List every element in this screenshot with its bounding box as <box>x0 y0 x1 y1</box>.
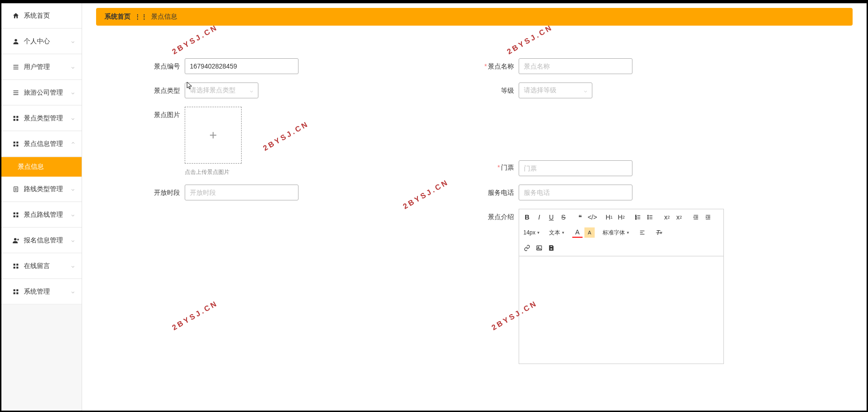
editor-sub-button[interactable]: x2 <box>662 212 672 222</box>
chevron-down-icon: ⌵ <box>71 237 75 243</box>
input-hours[interactable] <box>185 185 299 200</box>
svg-rect-59 <box>550 246 553 247</box>
chevron-up-icon: ⌵ <box>71 141 75 147</box>
sidebar-label: 景点信息管理 <box>24 140 63 148</box>
sidebar-label: 路线类型管理 <box>24 185 63 193</box>
svg-rect-12 <box>16 141 18 143</box>
label-ticket: *门票 <box>481 164 519 176</box>
editor-bgcolor-button[interactable]: A <box>584 227 595 238</box>
sidebar-item-signup[interactable]: 报名信息管理 ⌵ <box>1 228 82 253</box>
sidebar-item-route-type[interactable]: 路线类型管理 ⌵ <box>1 177 82 202</box>
svg-rect-31 <box>16 289 18 291</box>
sidebar-item-spot-type[interactable]: 景点类型管理 ⌵ <box>1 106 82 131</box>
select-type[interactable]: 请选择景点类型 ⌵ <box>185 82 258 98</box>
input-name[interactable] <box>519 58 632 74</box>
chevron-down-icon: ⌵ <box>71 89 75 96</box>
sidebar-label: 报名信息管理 <box>24 236 63 245</box>
form-row-hours: 开放时段 <box>147 185 467 200</box>
chevron-down-icon: ⌵ <box>584 88 587 94</box>
editor-italic-button[interactable]: I <box>534 212 544 222</box>
sidebar-item-home[interactable]: 系统首页 <box>1 3 82 28</box>
svg-rect-28 <box>14 267 15 268</box>
editor-image-button[interactable] <box>534 243 544 253</box>
grid-icon <box>12 263 20 269</box>
editor-h2-button[interactable]: H2 <box>616 212 626 222</box>
svg-text:3: 3 <box>635 218 637 220</box>
input-ticket[interactable] <box>519 160 632 176</box>
editor-ol-button[interactable]: 123 <box>633 212 643 222</box>
svg-rect-8 <box>16 116 18 117</box>
sidebar-item-company[interactable]: 旅游公司管理 ⌵ <box>1 80 82 105</box>
sidebar-label: 景点类型管理 <box>24 114 63 123</box>
upload-hint: 点击上传景点图片 <box>185 168 242 176</box>
rich-editor: B I U S ❝ </> H1 H2 123 <box>519 209 724 364</box>
sidebar-item-profile[interactable]: 个人中心 ⌵ <box>1 29 82 54</box>
input-phone[interactable] <box>519 185 632 200</box>
label-hours: 开放时段 <box>147 185 185 197</box>
editor-clearformat-button[interactable]: Tx <box>654 227 664 238</box>
svg-point-45 <box>647 219 648 220</box>
editor-sup-button[interactable]: x2 <box>674 212 684 222</box>
editor-bold-button[interactable]: B <box>522 212 532 222</box>
svg-rect-14 <box>16 144 18 146</box>
editor-fontsize-select[interactable]: 14px▾ <box>522 227 541 238</box>
user-icon <box>12 38 20 45</box>
editor-fontfamily-select[interactable]: 标准字体▾ <box>601 227 631 238</box>
input-id[interactable] <box>185 58 299 74</box>
sidebar-item-spot-info[interactable]: 景点信息管理 ⌵ <box>1 131 82 157</box>
editor-align-button[interactable] <box>637 227 647 238</box>
editor-content[interactable] <box>519 256 723 364</box>
svg-rect-33 <box>16 292 18 294</box>
editor-ul-button[interactable] <box>645 212 655 222</box>
grid-icon <box>12 141 20 147</box>
svg-point-23 <box>14 238 16 240</box>
editor-fontcolor-button[interactable]: A <box>572 227 583 238</box>
form-row-intro: 景点介绍 B I U S ❝ </> H1 H2 123 <box>481 209 801 364</box>
svg-point-43 <box>647 215 648 216</box>
user-add-icon <box>12 237 20 244</box>
svg-rect-30 <box>14 289 15 291</box>
sidebar: 系统首页 个人中心 ⌵ 用户管理 ⌵ 旅游公司管理 ⌵ 景点类型管理 ⌵ 景点信… <box>1 3 82 411</box>
editor-indent-button[interactable] <box>703 212 713 222</box>
sidebar-label: 旅游公司管理 <box>24 89 63 97</box>
sidebar-item-message[interactable]: 在线留言 ⌵ <box>1 254 82 279</box>
select-level-placeholder: 请选择等级 <box>524 86 556 95</box>
svg-rect-60 <box>550 248 553 250</box>
editor-quote-button[interactable]: ❝ <box>575 212 585 222</box>
upload-image[interactable]: + <box>185 107 242 164</box>
svg-rect-29 <box>16 267 18 268</box>
plus-icon: + <box>209 128 217 143</box>
svg-rect-26 <box>14 263 15 265</box>
editor-strike-button[interactable]: S <box>558 212 569 222</box>
list-icon <box>12 89 20 96</box>
editor-format-select[interactable]: 文本▾ <box>548 227 566 238</box>
sidebar-item-users[interactable]: 用户管理 ⌵ <box>1 55 82 80</box>
sidebar-item-system[interactable]: 系统管理 ⌵ <box>1 279 82 304</box>
svg-rect-10 <box>16 119 18 121</box>
svg-rect-11 <box>14 141 15 143</box>
form-row-image: 景点图片 + 点击上传景点图片 <box>147 107 467 176</box>
svg-point-44 <box>647 217 648 218</box>
sidebar-item-spot-route[interactable]: 景点路线管理 ⌵ <box>1 202 82 227</box>
breadcrumb-home[interactable]: 系统首页 <box>104 13 131 21</box>
chevron-down-icon: ⌵ <box>250 88 253 94</box>
form-row-level: 等级 请选择等级 ⌵ <box>481 82 801 98</box>
editor-underline-button[interactable]: U <box>546 212 556 222</box>
clipboard-icon <box>12 185 20 193</box>
editor-outdent-button[interactable] <box>691 212 701 222</box>
editor-h1-button[interactable]: H1 <box>604 212 614 222</box>
sidebar-label: 个人中心 <box>24 37 50 46</box>
chevron-down-icon: ⌵ <box>71 115 75 121</box>
editor-link-button[interactable] <box>522 243 532 253</box>
label-image: 景点图片 <box>147 107 185 119</box>
sidebar-subitem-spot-info[interactable]: 景点信息 <box>1 157 82 177</box>
editor-code-button[interactable]: </> <box>587 212 597 222</box>
home-icon <box>12 12 20 20</box>
select-type-placeholder: 请选择景点类型 <box>190 86 236 95</box>
svg-rect-32 <box>14 292 15 294</box>
form: 景点编号 *景点名称 景点类型 请选择景点类型 ⌵ 等级 请选择等级 ⌵ 景点图… <box>96 58 853 364</box>
chevron-down-icon: ⌵ <box>71 38 75 44</box>
select-level[interactable]: 请选择等级 ⌵ <box>519 82 592 98</box>
chevron-down-icon: ⌵ <box>71 186 75 192</box>
editor-save-button[interactable] <box>546 243 556 253</box>
